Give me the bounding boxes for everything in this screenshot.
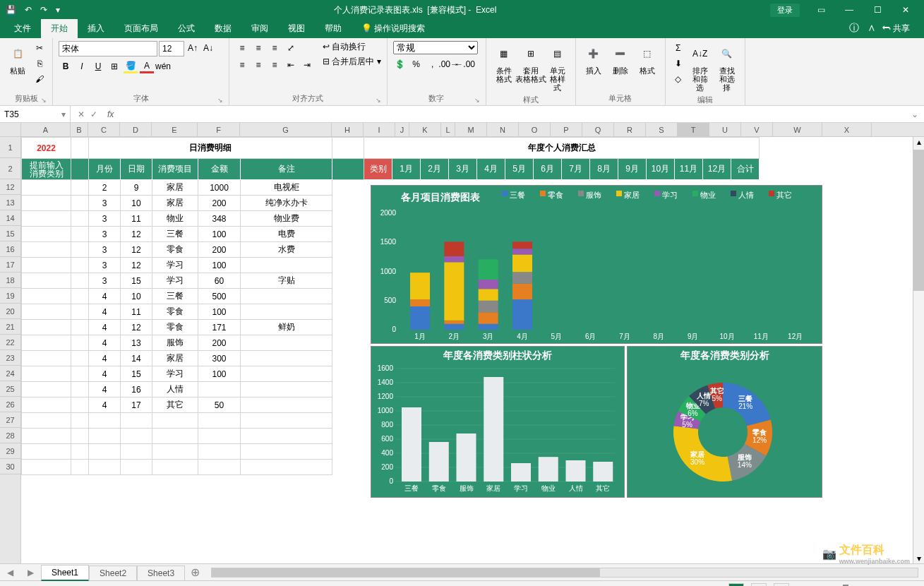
format-table-button[interactable]: ⊞套用 表格格式 [519, 41, 543, 85]
underline-icon[interactable]: U [91, 59, 105, 73]
page-break-view-icon[interactable] [774, 583, 789, 587]
tell-me[interactable]: 💡 操作说明搜索 [352, 19, 435, 38]
align-bot-icon[interactable]: ≡ [268, 41, 282, 55]
sheet-tab[interactable]: Sheet1 [41, 565, 89, 581]
svg-rect-63 [511, 463, 531, 482]
group-editing: Σ ⬇ ◇ A↓Z排序和筛选 🔍查找和选择 编辑 [666, 38, 745, 105]
svg-text:3月: 3月 [483, 333, 494, 340]
maximize-icon[interactable]: ☐ [865, 3, 890, 17]
expand-formula-icon[interactable]: ⌄ [906, 109, 924, 119]
group-cells: ➕插入 ➖删除 ⬚格式 单元格 [576, 38, 666, 105]
ribbon-options-icon[interactable]: ▭ [808, 3, 834, 17]
border-icon[interactable]: ⊞ [107, 59, 121, 73]
sheet-nav-next[interactable]: ▶ [20, 568, 41, 578]
cut-icon[interactable]: ✂ [32, 41, 47, 55]
sheet-nav-prev[interactable]: ◀ [0, 568, 20, 578]
name-box[interactable]: T35 ▾ [0, 106, 71, 122]
percent-icon[interactable]: % [409, 57, 424, 71]
format-painter-icon[interactable]: 🖌 [32, 72, 47, 86]
italic-icon[interactable]: I [75, 59, 89, 73]
page-layout-view-icon[interactable] [751, 583, 767, 587]
stacked-bar-chart[interactable]: 各月项目消费图表 三餐零食服饰家居学习物业人情其它 05001000150020… [371, 185, 822, 344]
horizontal-scrollbar[interactable] [211, 568, 918, 578]
save-icon[interactable]: 💾 [6, 5, 16, 15]
collapse-ribbon-icon[interactable]: ⓘ ∧ [844, 18, 882, 38]
align-mid-icon[interactable]: ≡ [251, 41, 265, 55]
fill-icon[interactable]: ⬇ [671, 56, 685, 71]
formula-input[interactable] [125, 106, 906, 122]
row-headers[interactable]: 1212131415161718192021222324252627282930 [0, 137, 21, 563]
clear-icon[interactable]: ◇ [671, 72, 685, 86]
tab-insert[interactable]: 插入 [78, 19, 114, 38]
column-headers[interactable]: ABCDEFGHIJKLMNOPQRSTUVWX [21, 123, 924, 137]
inc-decimal-icon[interactable]: .00→ [442, 57, 456, 71]
align-center-icon[interactable]: ≡ [251, 58, 265, 72]
indent-inc-icon[interactable]: ⇥ [300, 58, 314, 72]
share-button[interactable]: ⮪ 共享 [877, 19, 916, 38]
tab-layout[interactable]: 页面布局 [114, 19, 168, 38]
undo-icon[interactable]: ↶ [25, 5, 32, 15]
redo-icon[interactable]: ↷ [40, 5, 47, 15]
find-select-button[interactable]: 🔍查找和选择 [715, 41, 739, 93]
insert-cells-button[interactable]: ➕插入 [582, 41, 606, 76]
fx-icon[interactable]: fx [103, 109, 118, 119]
paste-button[interactable]: 📋 粘贴 [6, 41, 30, 76]
font-size-input[interactable] [159, 41, 184, 56]
copy-icon[interactable]: ⎘ [32, 56, 47, 71]
shrink-font-icon[interactable]: A↓ [201, 41, 215, 55]
cancel-formula-icon[interactable]: ✕ [78, 109, 85, 119]
align-top-icon[interactable]: ≡ [235, 41, 249, 55]
svg-text:9月: 9月 [688, 333, 699, 340]
vertical-scrollbar[interactable]: ▴ ▾ [913, 137, 924, 563]
doughnut-chart[interactable]: 年度各消费类别分析 三餐21%零食12%服饰14%家居30%学习5%物业6%人情… [627, 346, 822, 498]
tab-help[interactable]: 帮助 [315, 19, 352, 38]
align-right-icon[interactable]: ≡ [268, 58, 282, 72]
fill-color-icon[interactable]: 🪣 [124, 59, 138, 73]
minimize-icon[interactable]: — [836, 3, 862, 17]
wrap-text-button[interactable]: ↩ 自动换行 [323, 41, 381, 53]
spreadsheet-grid[interactable]: 2022日消费明细年度个人消费汇总提前输入消费类别月份日期消费项目金额备注类别1… [21, 137, 913, 563]
tab-home[interactable]: 开始 [41, 19, 78, 38]
enter-formula-icon[interactable]: ✓ [90, 109, 97, 119]
autosum-icon[interactable]: Σ [671, 41, 685, 55]
bold-icon[interactable]: B [59, 59, 73, 73]
conditional-format-button[interactable]: ▦条件格式 [492, 41, 516, 85]
normal-view-icon[interactable] [728, 583, 744, 587]
tab-review[interactable]: 审阅 [241, 19, 278, 38]
grow-font-icon[interactable]: A↑ [186, 41, 200, 55]
delete-cells-button[interactable]: ➖删除 [608, 41, 632, 76]
sheet-tab[interactable]: Sheet2 [89, 566, 137, 580]
orientation-icon[interactable]: ⤢ [284, 41, 298, 55]
phonetic-icon[interactable]: wén [156, 59, 170, 73]
tab-data[interactable]: 数据 [205, 19, 241, 38]
launcher-icon[interactable]: ↘ [217, 97, 223, 104]
merge-center-button[interactable]: ⊟ 合并后居中 ▾ [323, 56, 381, 68]
comma-icon[interactable]: , [426, 57, 440, 71]
tab-formulas[interactable]: 公式 [168, 19, 205, 38]
indent-dec-icon[interactable]: ⇤ [284, 58, 298, 72]
number-format-select[interactable]: 常规 [393, 41, 478, 54]
font-color-icon[interactable]: A [140, 59, 154, 73]
sheet-tab[interactable]: Sheet3 [137, 566, 185, 580]
align-left-icon[interactable]: ≡ [235, 58, 249, 72]
launcher-icon[interactable]: ↘ [41, 97, 47, 104]
close-icon[interactable]: ✕ [893, 3, 918, 17]
select-all-cell[interactable] [0, 123, 21, 137]
currency-icon[interactable]: 💲 [393, 57, 407, 71]
svg-text:600: 600 [381, 435, 393, 443]
column-chart[interactable]: 年度各消费类别柱状分析 0200400600800100012001400160… [371, 346, 625, 498]
font-name-input[interactable] [59, 41, 157, 56]
dec-decimal-icon[interactable]: ←.00 [458, 57, 472, 71]
group-font: A↑ A↓ B I U ⊞ 🪣 A wén 字体↘ [53, 38, 229, 105]
tab-view[interactable]: 视图 [278, 19, 315, 38]
ribbon: 📋 粘贴 ✂ ⎘ 🖌 剪贴板↘ A↑ A↓ B I U ⊞ [0, 38, 924, 106]
add-sheet-button[interactable]: ⊕ [185, 566, 205, 579]
tab-file[interactable]: 文件 [4, 19, 41, 38]
sort-filter-button[interactable]: A↓Z排序和筛选 [688, 41, 712, 93]
cell-styles-button[interactable]: ▤单元格样式 [546, 41, 570, 93]
svg-rect-19 [479, 280, 498, 289]
svg-text:1月: 1月 [414, 333, 426, 340]
group-alignment: ≡ ≡ ≡ ⤢ ≡ ≡ ≡ ⇤ ⇥ ↩ 自动换行 ⊟ 合并后居中 ▾ 对齐方式↘ [229, 38, 388, 105]
format-cells-button[interactable]: ⬚格式 [635, 41, 659, 76]
login-button[interactable]: 登录 [770, 4, 800, 17]
